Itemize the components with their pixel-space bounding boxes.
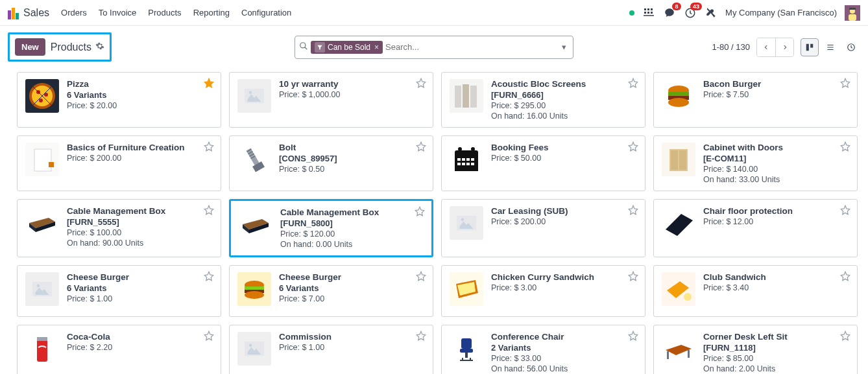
- menu-orders[interactable]: Orders: [61, 8, 87, 18]
- favorite-star-icon[interactable]: [415, 206, 425, 218]
- product-card[interactable]: Club SandwichPrice: $ 3.40: [653, 265, 858, 317]
- svg-rect-81: [688, 350, 690, 358]
- menu-configuration[interactable]: Configuration: [241, 8, 291, 18]
- favorite-star-icon[interactable]: [840, 205, 850, 217]
- product-onhand: On hand: 90.00 Units: [67, 239, 165, 248]
- favorite-star-icon[interactable]: [204, 141, 214, 154]
- favorite-star-icon[interactable]: [628, 205, 638, 217]
- product-card[interactable]: Car Leasing (SUB)Price: $ 200.00: [441, 199, 645, 257]
- apps-icon[interactable]: [642, 6, 655, 19]
- gear-icon[interactable]: [95, 41, 104, 53]
- favorite-star-icon[interactable]: [416, 331, 426, 343]
- product-card[interactable]: Basics of Furniture CreationPrice: $ 200…: [17, 135, 221, 191]
- svg-point-23: [39, 99, 43, 102]
- product-card[interactable]: Chicken Curry SandwichPrice: $ 3.00: [441, 265, 645, 317]
- svg-rect-29: [470, 86, 477, 108]
- pager-prev-button[interactable]: [757, 38, 775, 56]
- product-name: Conference Chair: [491, 332, 568, 342]
- search-bar[interactable]: Can be Sold × ▾: [295, 36, 573, 59]
- product-body: Chair floor protectionPrice: $ 12.00: [703, 206, 793, 250]
- activity-view-button[interactable]: [842, 38, 860, 56]
- favorite-star-icon[interactable]: [840, 141, 850, 154]
- favorite-star-icon[interactable]: [204, 205, 214, 217]
- favorite-star-icon[interactable]: [628, 271, 638, 283]
- favorite-star-icon[interactable]: [416, 271, 426, 283]
- product-card[interactable]: Cheese Burger6 VariantsPrice: $ 7.00: [229, 265, 433, 317]
- product-body: Cheese Burger6 VariantsPrice: $ 7.00: [279, 272, 341, 310]
- svg-rect-12: [849, 14, 856, 21]
- product-card[interactable]: CommissionPrice: $ 1.00: [229, 325, 433, 374]
- list-view-button[interactable]: [821, 38, 839, 56]
- messages-badge: 8: [672, 3, 681, 10]
- pager-next-button[interactable]: [775, 38, 793, 56]
- favorite-star-icon[interactable]: [840, 78, 850, 90]
- favorite-star-icon[interactable]: [416, 141, 426, 154]
- product-card[interactable]: Conference Chair2 VariantsPrice: $ 33.00…: [441, 325, 645, 374]
- product-card[interactable]: Coca-ColaPrice: $ 2.20: [17, 325, 221, 374]
- product-body: Car Leasing (SUB)Price: $ 200.00: [491, 206, 568, 250]
- chip-remove-icon[interactable]: ×: [374, 43, 379, 52]
- new-button[interactable]: New: [15, 38, 45, 56]
- product-thumbnail: [450, 143, 483, 176]
- product-thumbnail: [662, 143, 695, 176]
- product-price: Price: $ 85.00: [703, 354, 788, 363]
- filter-chip-label: Can be Sold: [328, 43, 370, 52]
- product-name: Cable Management Box: [67, 206, 165, 216]
- favorite-star-icon[interactable]: [628, 141, 638, 154]
- product-sub: 6 Variants: [279, 283, 341, 293]
- svg-point-14: [300, 43, 306, 48]
- product-card[interactable]: Cable Management Box[FURN_5555]Price: $ …: [17, 199, 221, 257]
- svg-rect-50: [471, 163, 474, 165]
- svg-point-25: [249, 91, 252, 95]
- search-input[interactable]: [385, 42, 559, 52]
- menu-products[interactable]: Products: [148, 8, 181, 18]
- svg-rect-37: [49, 162, 54, 167]
- svg-rect-5: [651, 8, 653, 10]
- favorite-star-icon[interactable]: [840, 331, 850, 343]
- app-name[interactable]: Sales: [23, 7, 49, 19]
- svg-rect-45: [466, 158, 470, 161]
- product-card[interactable]: Cheese Burger6 VariantsPrice: $ 1.00: [17, 265, 221, 317]
- product-thumbnail: [25, 206, 59, 240]
- product-thumbnail: [662, 206, 695, 240]
- menu-reporting[interactable]: Reporting: [193, 8, 230, 18]
- filter-chip[interactable]: Can be Sold ×: [311, 41, 383, 54]
- topbar: Sales Orders To Invoice Products Reporti…: [0, 0, 868, 26]
- favorite-star-icon[interactable]: [628, 331, 638, 343]
- control-bar: New Products Can be Sold × ▾ 1-80 / 130: [0, 26, 868, 72]
- favorite-star-icon[interactable]: [416, 78, 426, 90]
- product-card[interactable]: Chair floor protectionPrice: $ 12.00: [653, 199, 858, 257]
- search-dropdown-icon[interactable]: ▾: [559, 42, 569, 52]
- tools-icon[interactable]: [705, 6, 717, 19]
- product-card[interactable]: Bolt[CONS_89957]Price: $ 0.50: [229, 135, 433, 191]
- product-card[interactable]: Cabinet with Doors[E-COM11]Price: $ 140.…: [653, 135, 858, 191]
- pager-text[interactable]: 1-80 / 130: [712, 42, 750, 52]
- product-card[interactable]: Booking FeesPrice: $ 50.00: [441, 135, 645, 191]
- product-body: Pizza6 VariantsPrice: $ 20.00: [67, 79, 117, 121]
- favorite-star-icon[interactable]: [204, 78, 214, 90]
- product-card[interactable]: Acoustic Bloc Screens[FURN_6666]Price: $…: [441, 72, 645, 128]
- right-controls: 1-80 / 130: [712, 38, 860, 57]
- favorite-star-icon[interactable]: [840, 271, 850, 283]
- kanban-view-button[interactable]: [801, 38, 819, 56]
- favorite-star-icon[interactable]: [204, 271, 214, 283]
- user-avatar[interactable]: [845, 5, 860, 21]
- menu-to-invoice[interactable]: To Invoice: [99, 8, 137, 18]
- product-sub: 6 Variants: [67, 90, 117, 100]
- activities-icon[interactable]: 43: [684, 6, 697, 19]
- product-body: Booking FeesPrice: $ 50.00: [491, 143, 549, 184]
- company-selector[interactable]: My Company (San Francisco): [725, 8, 837, 18]
- product-card[interactable]: Corner Desk Left Sit[FURN_1118]Price: $ …: [653, 325, 858, 374]
- product-card[interactable]: 10 yr warrantyPrice: $ 1,000.00: [229, 72, 433, 128]
- product-card[interactable]: Pizza6 VariantsPrice: $ 20.00: [17, 72, 221, 128]
- favorite-star-icon[interactable]: [628, 78, 638, 90]
- product-card[interactable]: Bacon BurgerPrice: $ 7.50: [653, 72, 858, 128]
- product-card[interactable]: Cable Management Box[FURN_5800]Price: $ …: [229, 199, 433, 257]
- svg-rect-2: [16, 13, 19, 19]
- favorite-star-icon[interactable]: [204, 331, 214, 343]
- svg-rect-47: [457, 163, 461, 165]
- svg-rect-55: [671, 150, 678, 170]
- product-price: Price: $ 120.00: [280, 229, 379, 239]
- product-thumbnail: [25, 143, 59, 176]
- messages-icon[interactable]: 8: [663, 6, 676, 19]
